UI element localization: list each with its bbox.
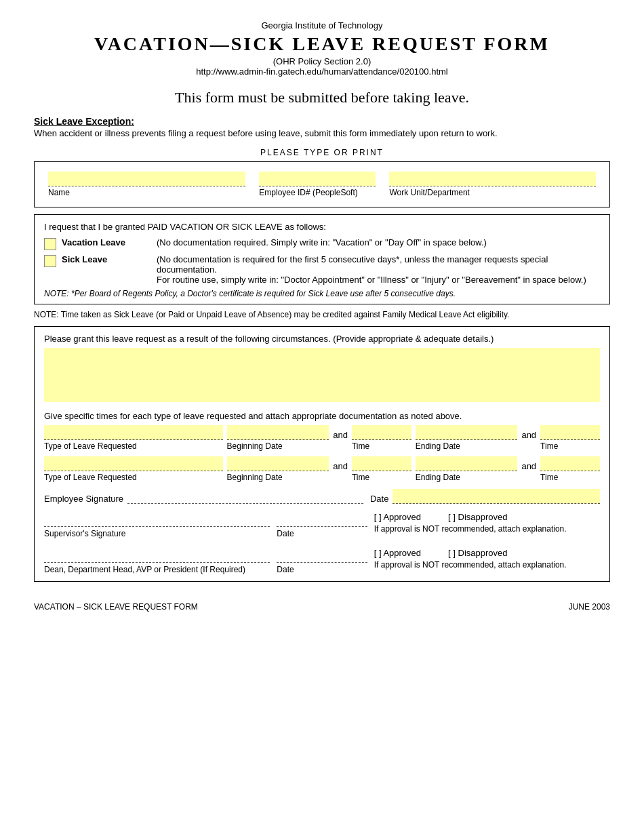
supervisor-date-label: Date: [277, 529, 367, 538]
leave-section: I request that I be granted PAID VACATIO…: [34, 214, 610, 304]
dean-approved-label: [ ] Approved: [374, 548, 421, 558]
dean-not-recommended: If approval is NOT recommended, attach e…: [374, 560, 600, 570]
form-title: VACATION—SICK LEAVE REQUEST FORM: [34, 33, 610, 55]
policy-text: (OHR Policy Section 2.0): [34, 56, 610, 66]
leave-dates-row-1: Type of Leave Requested Beginning Date a…: [44, 425, 600, 451]
sick-desc-2: For routine use, simply write in: "Docto…: [157, 275, 586, 285]
sick-checkbox[interactable]: [44, 255, 56, 267]
date-label-1: Date: [370, 494, 388, 504]
exception-body: When accident or illness prevents filing…: [34, 128, 610, 138]
supervisor-sig-row: Supervisor's Signature Date [ ] Approved…: [44, 512, 600, 538]
dean-approval-row: [ ] Approved [ ] Disapproved: [374, 548, 600, 558]
end-time-1-label: Time: [540, 441, 600, 451]
vacation-checkbox[interactable]: [44, 238, 56, 250]
begin-time-2-input[interactable]: [352, 456, 411, 471]
dean-sig-group: Dean, Department Head, AVP or President …: [44, 548, 270, 574]
dept-label: Work Unit/Department: [389, 188, 596, 197]
please-type-label: PLEASE TYPE OR PRINT: [34, 148, 610, 157]
supervisor-approval-group: [ ] Approved [ ] Disapproved If approval…: [374, 512, 600, 534]
sick-desc: (No documentation is required for the fi…: [157, 254, 600, 285]
sick-leave-row: Sick Leave (No documentation is required…: [44, 254, 600, 285]
end-date-2-input[interactable]: [416, 456, 518, 471]
begin-time-1-group: Time: [352, 425, 411, 451]
begin-time-1-label: Time: [352, 441, 411, 451]
vacation-desc: (No documentation required. Simply write…: [157, 237, 600, 247]
sick-leave-exception: Sick Leave Exception: When accident or i…: [34, 116, 610, 138]
and-1-text: and: [333, 430, 348, 451]
end-time-2-group: Time: [540, 456, 600, 482]
empid-field-group: Employee ID# (PeopleSoft): [259, 172, 376, 197]
begin-date-1-input[interactable]: [227, 425, 329, 440]
form-header: Georgia Institute of Technology VACATION…: [34, 20, 610, 77]
sick-label: Sick Leave: [62, 254, 136, 264]
dean-date-group: Date: [277, 548, 367, 574]
end-date-1-label: Ending Date: [416, 441, 518, 451]
specific-times-label: Give specific times for each type of lea…: [44, 411, 600, 421]
supervisor-sig-label: Supervisor's Signature: [44, 529, 270, 538]
end-time-1-group: Time: [540, 425, 600, 451]
begin-time-2-label: Time: [352, 473, 411, 482]
name-input[interactable]: [48, 172, 245, 186]
end-date-1-group: Ending Date: [416, 425, 518, 451]
supervisor-approved-label: [ ] Approved: [374, 512, 421, 522]
begin-date-1-label: Beginning Date: [227, 441, 329, 451]
dean-approval-group: [ ] Approved [ ] Disapproved If approval…: [374, 548, 600, 570]
dean-disapproved-label: [ ] Disapproved: [448, 548, 507, 558]
empid-input[interactable]: [259, 172, 376, 186]
begin-time-2-group: Time: [352, 456, 411, 482]
supervisor-date-group: Date: [277, 512, 367, 538]
end-time-2-label: Time: [540, 473, 600, 482]
leave-type-1-label: Type of Leave Requested: [44, 441, 223, 451]
circumstances-header: Please grant this leave request as a res…: [44, 334, 600, 344]
end-date-1-input[interactable]: [416, 425, 518, 440]
institution-name: Georgia Institute of Technology: [34, 20, 610, 31]
begin-date-2-label: Beginning Date: [227, 473, 329, 482]
leave-type-2-label: Type of Leave Requested: [44, 473, 223, 482]
end-date-2-label: Ending Date: [416, 473, 518, 482]
policy-url: http://www.admin-fin.gatech.edu/human/at…: [34, 66, 610, 77]
leave-note: NOTE: *Per Board of Regents Policy, a Do…: [44, 289, 600, 298]
submit-notice: This form must be submitted before takin…: [34, 89, 610, 106]
name-row: Name Employee ID# (PeopleSoft) Work Unit…: [44, 169, 600, 200]
dean-date-label: Date: [277, 565, 367, 574]
employee-sig-row: Employee Signature Date: [44, 489, 600, 504]
exception-title: Sick Leave Exception:: [34, 116, 610, 127]
supervisor-not-recommended: If approval is NOT recommended, attach e…: [374, 524, 600, 534]
begin-date-2-group: Beginning Date: [227, 456, 329, 482]
fmla-note: NOTE: Time taken as Sick Leave (or Paid …: [34, 310, 610, 319]
circumstances-box: Please grant this leave request as a res…: [34, 326, 610, 582]
page-footer: VACATION – SICK LEAVE REQUEST FORM JUNE …: [34, 602, 610, 612]
begin-time-1-input[interactable]: [352, 425, 411, 440]
footer-left: VACATION – SICK LEAVE REQUEST FORM: [34, 602, 198, 612]
leave-intro: I request that I be granted PAID VACATIO…: [44, 222, 600, 232]
and-3-text: and: [333, 461, 348, 482]
footer-right: JUNE 2003: [569, 602, 610, 612]
employee-date-input[interactable]: [393, 489, 600, 504]
circumstances-textarea[interactable]: [44, 348, 600, 402]
dean-sig-label: Dean, Department Head, AVP or President …: [44, 565, 270, 574]
leave-type-1-input[interactable]: [44, 425, 223, 440]
and-2-text: and: [521, 430, 536, 451]
end-time-1-input[interactable]: [540, 425, 600, 440]
dept-input[interactable]: [389, 172, 596, 186]
vacation-leave-row: Vacation Leave (No documentation require…: [44, 237, 600, 250]
supervisor-disapproved-label: [ ] Disapproved: [448, 512, 507, 522]
supervisor-approval-row: [ ] Approved [ ] Disapproved: [374, 512, 600, 522]
name-section-box: Name Employee ID# (PeopleSoft) Work Unit…: [34, 161, 610, 207]
employee-date-group: Date: [370, 489, 600, 504]
leave-type-1-group: Type of Leave Requested: [44, 425, 223, 451]
employee-sig-label: Employee Signature: [44, 494, 123, 504]
leave-type-2-group: Type of Leave Requested: [44, 456, 223, 482]
end-time-2-input[interactable]: [540, 456, 600, 471]
begin-date-1-group: Beginning Date: [227, 425, 329, 451]
leave-dates-row-2: Type of Leave Requested Beginning Date a…: [44, 456, 600, 482]
dean-sig-row: Dean, Department Head, AVP or President …: [44, 548, 600, 574]
end-date-2-group: Ending Date: [416, 456, 518, 482]
and-4-text: and: [521, 461, 536, 482]
employee-sig-group: Employee Signature: [44, 489, 363, 504]
dept-field-group: Work Unit/Department: [389, 172, 596, 197]
leave-type-2-input[interactable]: [44, 456, 223, 471]
empid-label: Employee ID# (PeopleSoft): [259, 188, 376, 197]
begin-date-2-input[interactable]: [227, 456, 329, 471]
name-field-group: Name: [48, 172, 245, 197]
